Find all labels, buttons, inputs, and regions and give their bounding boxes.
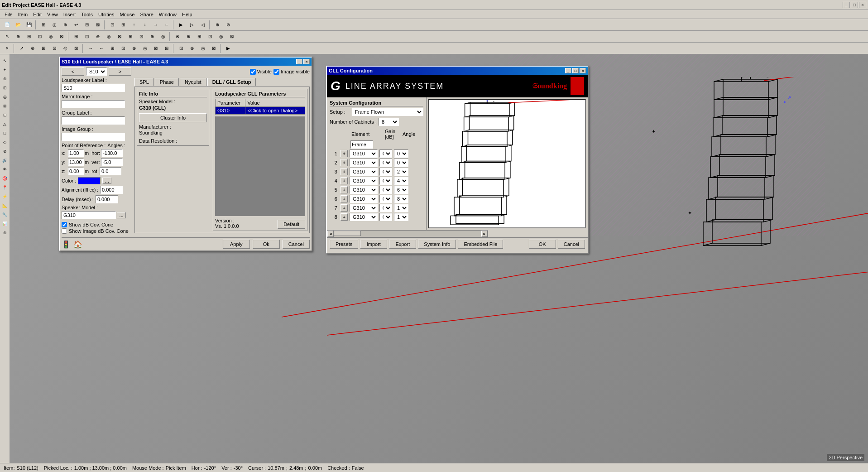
side-btn-17[interactable]: 📐 [1, 202, 9, 210]
gll-maximize-btn[interactable]: □ [572, 68, 579, 73]
tb2-btn17[interactable]: ⊕ [183, 32, 193, 42]
tb3-btn6[interactable]: ◎ [60, 43, 70, 53]
row-model-7[interactable]: G310 [350, 204, 378, 212]
cluster-info-btn[interactable]: Cluster Info [139, 113, 207, 122]
tb1-btn15[interactable]: ◁ [198, 20, 208, 30]
tb3-btn19[interactable]: ⊠ [209, 43, 219, 53]
minimize-btn[interactable]: _ [843, 2, 850, 8]
tb2-btn9[interactable]: ⊕ [93, 32, 103, 42]
ls-nav-select[interactable]: S10 [86, 67, 107, 76]
gll-minimize-btn[interactable]: _ [565, 68, 571, 73]
gll-ok-btn[interactable]: OK [529, 240, 556, 249]
menu-utilities[interactable]: Utilities [96, 11, 117, 18]
tab-spl[interactable]: SPL [134, 78, 154, 86]
row-plus-3[interactable]: + [340, 168, 348, 175]
row-angle-5[interactable]: 6 [394, 186, 408, 194]
row-angle-1[interactable]: 0 [394, 149, 408, 158]
menu-share[interactable]: Share [137, 11, 156, 18]
tb2-btn13[interactable]: ⊡ [136, 32, 146, 42]
row-plus-5[interactable]: + [340, 186, 348, 193]
row-model-5[interactable]: G310 [350, 186, 378, 194]
side-btn-19[interactable]: 📊 [1, 220, 9, 228]
maximize-btn[interactable]: □ [851, 2, 858, 8]
tb3-btn2[interactable]: ↗ [17, 43, 27, 53]
apply-btn[interactable]: Apply [223, 240, 250, 249]
menu-item[interactable]: Item [15, 11, 30, 18]
tb2-btn14[interactable]: ⊕ [147, 32, 157, 42]
tb2-btn12[interactable]: ⊞ [125, 32, 135, 42]
gll-scroll-left[interactable]: ◄ [327, 231, 334, 237]
row-model-8[interactable]: G310 [350, 213, 378, 221]
side-btn-8[interactable]: △ [1, 120, 9, 128]
row-angle-6[interactable]: 8 [394, 195, 408, 203]
mirror-image-input[interactable] [62, 100, 125, 108]
side-btn-6[interactable]: ⊠ [1, 102, 9, 110]
setup-select[interactable]: Frame Flown [352, 108, 423, 116]
row-angle-8[interactable]: 10 [394, 213, 408, 221]
tb2-btn20[interactable]: ◎ [216, 32, 226, 42]
hor-input[interactable] [101, 149, 123, 157]
side-btn-1[interactable]: ↖ [1, 57, 9, 65]
menu-insert[interactable]: Insert [61, 11, 79, 18]
row-angle-3[interactable]: 2 [394, 168, 408, 176]
tb2-btn21[interactable]: ⊠ [227, 32, 237, 42]
tb1-btn5[interactable]: ⊞ [82, 20, 92, 30]
tb3-btn12[interactable]: ⊕ [129, 43, 139, 53]
tb2-btn10[interactable]: ◎ [104, 32, 114, 42]
menu-file[interactable]: File [2, 11, 15, 18]
close-btn[interactable]: × [859, 2, 866, 8]
tb3-btn13[interactable]: ◎ [140, 43, 150, 53]
row-gain-1[interactable]: 0 [379, 149, 392, 158]
menu-window[interactable]: Window [156, 11, 179, 18]
side-btn-3[interactable]: ⊕ [1, 75, 9, 83]
tb3-btn7[interactable]: ⊠ [71, 43, 81, 53]
ver-input[interactable] [101, 158, 123, 166]
tb2-btn16[interactable]: ⊗ [173, 32, 182, 42]
row-plus-6[interactable]: + [340, 195, 348, 202]
row-gain-5[interactable]: 0 [379, 186, 392, 194]
tb1-btn7[interactable]: ⊡ [107, 20, 117, 30]
tb3-btn15[interactable]: ⊞ [162, 43, 172, 53]
side-btn-10[interactable]: ◇ [1, 138, 9, 146]
row-angle-4[interactable]: 4 [394, 177, 408, 185]
side-btn-4[interactable]: ⊞ [1, 84, 9, 92]
speaker-model-input[interactable] [62, 211, 116, 219]
num-cabinets-select[interactable]: 8 [379, 118, 399, 126]
tb1-btn16[interactable]: ⊕ [212, 20, 222, 30]
frame-input[interactable] [350, 140, 373, 149]
new-btn[interactable]: 📄 [2, 20, 12, 30]
tb3-btn3[interactable]: ⊕ [28, 43, 38, 53]
y-input[interactable] [68, 159, 84, 166]
side-btn-18[interactable]: 🔧 [1, 211, 9, 219]
tb1-btn6[interactable]: ⊠ [93, 20, 103, 30]
presets-btn[interactable]: Presets [330, 240, 358, 249]
color-swatch[interactable] [78, 177, 101, 184]
gll-scroll-thumb[interactable] [334, 231, 361, 236]
side-btn-11[interactable]: ⊗ [1, 147, 9, 155]
row-plus-4[interactable]: + [340, 177, 348, 184]
tab-nyquist[interactable]: Nyquist [180, 78, 206, 86]
row-gain-7[interactable]: 0 [379, 204, 392, 212]
gll-close-btn[interactable]: × [580, 68, 586, 73]
tb3-btn4[interactable]: ⊞ [38, 43, 48, 53]
side-btn-20[interactable]: ⊕ [1, 229, 9, 237]
row-angle-7[interactable]: 10 [394, 204, 408, 212]
row-plus-1[interactable]: + [340, 150, 348, 157]
tb1-btn4[interactable]: ↩ [71, 20, 81, 30]
menu-edit[interactable]: Edit [30, 11, 44, 18]
tb2-btn2[interactable]: ⊕ [13, 32, 23, 42]
tb1-btn10[interactable]: ↓ [140, 20, 150, 30]
visible-checkbox[interactable] [250, 69, 256, 75]
tab-phase[interactable]: Phase [155, 78, 179, 86]
system-info-btn[interactable]: System Info [418, 240, 456, 249]
menu-help[interactable]: Help [179, 11, 195, 18]
tb3-btn1[interactable]: × [2, 43, 12, 53]
tb3-btn10[interactable]: ⊞ [107, 43, 117, 53]
ls-minimize-btn[interactable]: _ [296, 59, 302, 64]
delay-input[interactable] [96, 195, 118, 203]
tb2-btn1[interactable]: ↖ [2, 32, 12, 42]
row-model-3[interactable]: G310 [350, 168, 378, 176]
tb1-btn11[interactable]: → [151, 20, 161, 30]
open-btn[interactable]: 📂 [13, 20, 23, 30]
tb2-btn11[interactable]: ⊠ [115, 32, 125, 42]
